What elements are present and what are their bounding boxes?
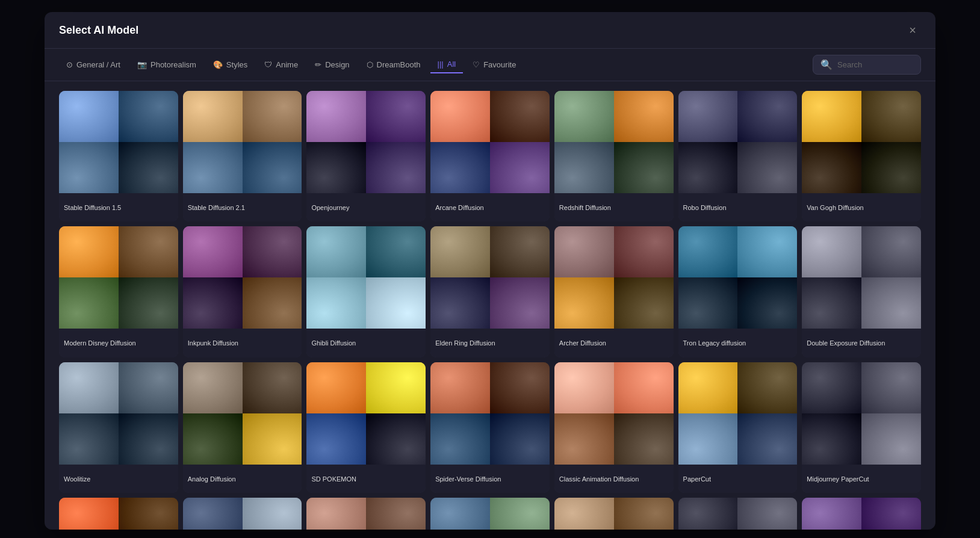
model-card-sd21[interactable]: Stable Diffusion 2.1 xyxy=(183,91,302,221)
model-card-eldenring[interactable]: Elden Ring Diffusion xyxy=(430,226,550,357)
model-card-sd15[interactable]: Stable Diffusion 1.5 xyxy=(59,91,178,221)
models-grid: Stable Diffusion 1.5Stable Diffusion 2.1… xyxy=(59,91,921,530)
model-card-r4b[interactable]: Vintedois Diffusion xyxy=(183,498,302,530)
close-button[interactable]: × xyxy=(904,22,921,39)
model-label-analog: Analog Diffusion xyxy=(183,465,302,493)
model-selection-modal: Select AI Model × ⊙ General / Art 📷 Phot… xyxy=(45,12,935,530)
model-card-tron[interactable]: Tron Legacy diffusion xyxy=(678,226,798,357)
model-label-midjourneypapercut: Midjourney PaperCut xyxy=(802,465,921,493)
tab-photorealism[interactable]: 📷 Photorealism xyxy=(130,57,203,73)
tab-design[interactable]: ✏ Design xyxy=(308,57,356,73)
model-label-classicanimation: Classic Animation Diffusion xyxy=(554,465,674,493)
search-box: 🔍 xyxy=(813,55,921,75)
model-label-spiderverse: Spider-Verse Diffusion xyxy=(430,465,550,493)
modal-header: Select AI Model × xyxy=(45,12,935,49)
model-card-redshift[interactable]: Redshift Diffusion xyxy=(554,91,674,221)
tab-anime[interactable]: 🛡 Anime xyxy=(257,57,305,73)
all-icon: ||| xyxy=(438,60,444,69)
model-label-tron: Tron Legacy diffusion xyxy=(678,329,798,357)
model-label-ghibli: Ghibli Diffusion xyxy=(306,329,426,357)
model-card-archer[interactable]: Archer Diffusion xyxy=(554,226,674,357)
model-card-moderndisney[interactable]: Modern Disney Diffusion xyxy=(59,226,178,357)
model-card-r4g[interactable]: Waifu Diffusion xyxy=(802,498,921,530)
model-card-r4a[interactable]: Dreamlike Diffusion xyxy=(59,498,178,530)
model-label-archer: Archer Diffusion xyxy=(554,329,674,357)
model-card-ghibli[interactable]: Ghibli Diffusion xyxy=(306,226,426,357)
model-label-doubleexposure: Double Exposure Diffusion xyxy=(802,329,921,357)
tab-all[interactable]: ||| All xyxy=(430,56,464,73)
model-card-r4d[interactable]: Sci-Fi Diffusion xyxy=(430,498,550,530)
tab-styles[interactable]: 🎨 Styles xyxy=(206,57,255,73)
anime-icon: 🛡 xyxy=(264,60,272,69)
model-label-pokemon: SD POKEMON xyxy=(306,465,426,493)
model-card-spiderverse[interactable]: Spider-Verse Diffusion xyxy=(430,362,550,493)
general-icon: ⊙ xyxy=(66,60,73,69)
dreambooth-icon: ⬡ xyxy=(367,60,373,69)
model-card-classicanimation[interactable]: Classic Animation Diffusion xyxy=(554,362,674,493)
grid-container: Stable Diffusion 1.5Stable Diffusion 2.1… xyxy=(45,81,935,530)
model-label-moderndisney: Modern Disney Diffusion xyxy=(59,329,178,357)
model-label-woolitize: Woolitize xyxy=(59,465,178,493)
model-card-r4e[interactable]: Future Diffusion xyxy=(554,498,674,530)
model-card-r4f[interactable]: Mo-Di Diffusion xyxy=(678,498,798,530)
model-card-openjourney[interactable]: Openjourney xyxy=(306,91,426,221)
model-label-sd21: Stable Diffusion 2.1 xyxy=(183,193,302,222)
model-card-midjourneypapercut[interactable]: Midjourney PaperCut xyxy=(802,362,921,493)
photorealism-icon: 📷 xyxy=(137,60,147,69)
model-label-arcane: Arcane Diffusion xyxy=(430,193,550,222)
model-card-r4c[interactable]: Portrait+ Style xyxy=(306,498,426,530)
styles-icon: 🎨 xyxy=(213,60,223,69)
tab-dreambooth[interactable]: ⬡ DreamBooth xyxy=(359,57,428,73)
model-label-openjourney: Openjourney xyxy=(306,193,426,222)
model-card-papercut[interactable]: PaperCut xyxy=(678,362,798,493)
model-label-vangogh: Van Gogh Diffusion xyxy=(802,193,921,222)
model-card-pokemon[interactable]: SD POKEMON xyxy=(306,362,426,493)
modal-overlay: Select AI Model × ⊙ General / Art 📷 Phot… xyxy=(0,0,980,538)
favourite-icon: ♡ xyxy=(473,60,480,69)
model-card-inkpunk[interactable]: Inkpunk Diffusion xyxy=(183,226,302,357)
model-label-papercut: PaperCut xyxy=(678,465,798,493)
tab-favourite[interactable]: ♡ Favourite xyxy=(465,57,523,73)
nav-bar: ⊙ General / Art 📷 Photorealism 🎨 Styles … xyxy=(45,49,935,81)
model-label-eldenring: Elden Ring Diffusion xyxy=(430,329,550,357)
design-icon: ✏ xyxy=(315,60,321,69)
model-label-robo: Robo Diffusion xyxy=(678,193,798,222)
model-label-redshift: Redshift Diffusion xyxy=(554,193,674,222)
model-card-vangogh[interactable]: Van Gogh Diffusion xyxy=(802,91,921,221)
model-card-doubleexposure[interactable]: Double Exposure Diffusion xyxy=(802,226,921,357)
model-card-analog[interactable]: Analog Diffusion xyxy=(183,362,302,493)
search-input[interactable] xyxy=(837,60,913,69)
search-icon: 🔍 xyxy=(820,59,833,70)
model-label-inkpunk: Inkpunk Diffusion xyxy=(183,329,302,357)
model-card-woolitize[interactable]: Woolitize xyxy=(59,362,178,493)
modal-title: Select AI Model xyxy=(59,24,138,37)
model-label-sd15: Stable Diffusion 1.5 xyxy=(59,193,178,222)
model-card-robo[interactable]: Robo Diffusion xyxy=(678,91,798,221)
model-card-arcane[interactable]: Arcane Diffusion xyxy=(430,91,550,221)
tab-general[interactable]: ⊙ General / Art xyxy=(59,57,128,73)
